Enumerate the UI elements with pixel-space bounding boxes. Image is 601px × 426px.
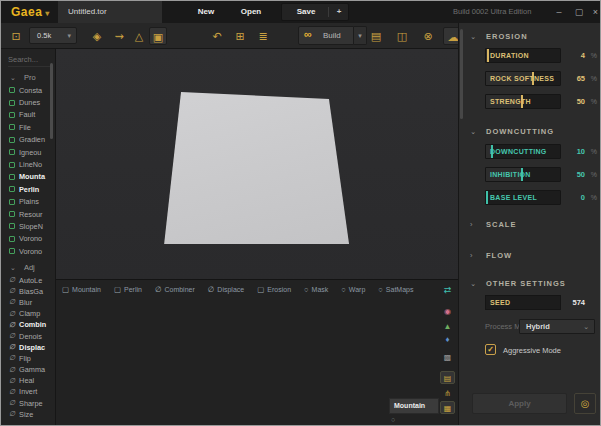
base-level-value[interactable]: 0: [563, 190, 585, 205]
copy-icon[interactable]: ▩: [440, 351, 455, 364]
strength-slider[interactable]: STRENGTH: [485, 94, 561, 109]
list-item[interactable]: Gradien: [1, 134, 56, 146]
image-icon[interactable]: ▤: [440, 371, 455, 384]
undo-icon[interactable]: ↶: [209, 27, 225, 45]
seed-field[interactable]: SEED: [485, 295, 561, 310]
list-item[interactable]: ∅ Invert: [1, 386, 56, 397]
auto-apply-pin-button[interactable]: ◎: [574, 393, 596, 414]
list-item[interactable]: Consta: [1, 84, 56, 96]
graph-node-chip[interactable]: ∅ Combiner: [155, 285, 195, 294]
build-button[interactable]: ∞ Build: [298, 26, 354, 45]
focus-icon[interactable]: ⊡: [7, 27, 25, 45]
layers-icon[interactable]: ▤: [367, 27, 385, 45]
base-level-slider[interactable]: BASE LEVEL: [485, 190, 561, 205]
group-header-pro[interactable]: ⌄ Pro: [1, 71, 56, 84]
section-header-downcutting[interactable]: ⌄ DOWNCUTTING: [459, 127, 601, 139]
list-item[interactable]: File: [1, 121, 56, 133]
grid-icon[interactable]: ▦: [440, 401, 455, 414]
search-input[interactable]: Search...: [8, 55, 50, 67]
inhibition-slider[interactable]: INHIBITION: [485, 167, 561, 182]
list-item[interactable]: ∅ Denois: [1, 330, 56, 341]
list-item[interactable]: ∅ Blur: [1, 297, 56, 308]
list-item[interactable]: Fault: [1, 109, 56, 121]
droplet-icon[interactable]: ♦: [440, 333, 455, 346]
strength-value[interactable]: 50: [563, 94, 585, 109]
title-bar: Gaea▾ Untitled.tor New Open Save + Build…: [1, 1, 600, 23]
gizmo-icon[interactable]: ◈: [89, 27, 105, 45]
pin-icon[interactable]: ◉: [440, 305, 455, 318]
app-menu-button[interactable]: Gaea▾: [11, 5, 50, 19]
graph-node-chip[interactable]: ▢ Perlin: [114, 285, 142, 294]
build-options-dropdown[interactable]: ▾: [354, 26, 367, 45]
graph-node-chip[interactable]: ○ Mask: [304, 285, 328, 294]
minimize-button[interactable]: –: [550, 1, 568, 23]
graph-node-chip[interactable]: ▢ Erosion: [257, 285, 291, 294]
duration-slider[interactable]: DURATION: [485, 48, 561, 63]
add-tab-button[interactable]: +: [330, 4, 348, 20]
graph-node-chip[interactable]: ▢ Mountain: [62, 285, 101, 294]
box-3d-icon[interactable]: ◫: [393, 27, 411, 45]
resolution-dropdown[interactable]: 0.5k ▾: [29, 27, 77, 44]
terrain-icon[interactable]: ▲: [440, 320, 455, 333]
list-item[interactable]: ∅ Combin: [1, 319, 56, 330]
section-header-scale[interactable]: › SCALE: [459, 220, 601, 232]
graph-node-chip[interactable]: ∅ Displace: [208, 285, 244, 294]
rock-softness-value[interactable]: 65: [563, 71, 585, 86]
inhibition-value[interactable]: 50: [563, 167, 585, 182]
list-item[interactable]: Igneou: [1, 146, 56, 158]
list-item[interactable]: Perlin: [1, 183, 56, 195]
list-item[interactable]: Vorono: [1, 233, 56, 245]
graph-node-chip[interactable]: ○ SatMaps: [378, 285, 413, 294]
list-item[interactable]: Resour: [1, 208, 56, 220]
list-item[interactable]: Plains: [1, 196, 56, 208]
apply-button[interactable]: Apply: [472, 393, 567, 414]
seed-value[interactable]: 574: [563, 295, 585, 310]
filters-icon[interactable]: ≣: [255, 27, 271, 45]
list-item[interactable]: ∅ Sharpe: [1, 398, 56, 409]
list-item[interactable]: ∅ Gamma: [1, 364, 56, 375]
list-item[interactable]: ∅ AutoLe: [1, 274, 56, 285]
list-item[interactable]: SlopeN: [1, 220, 56, 232]
downcutting-slider[interactable]: DOWNCUTTING: [485, 144, 561, 159]
graph-node-chip[interactable]: ○ Warp: [341, 285, 365, 294]
open-button[interactable]: Open: [235, 1, 267, 23]
close-button[interactable]: ×: [589, 1, 601, 23]
list-item[interactable]: ∅ Heal: [1, 375, 56, 386]
clear-icon[interactable]: ⊗: [419, 27, 437, 45]
group-header-adj[interactable]: ⌄ Adj: [1, 261, 56, 274]
list-item[interactable]: Vorono: [1, 245, 56, 257]
save-button[interactable]: Save: [288, 4, 324, 20]
process-mode-dropdown[interactable]: Hybrid ⌄: [519, 319, 595, 334]
list-item[interactable]: ∅ Clamp: [1, 308, 56, 319]
list-item[interactable]: Dunes: [1, 96, 56, 108]
camera-icon[interactable]: ▣: [149, 27, 167, 45]
list-item[interactable]: LineNo: [1, 158, 56, 170]
swap-icon[interactable]: ⇄: [440, 284, 455, 297]
node-graph-panel[interactable]: ▢ Mountain ▢ Perlin ∅ Combiner ∅ Displac…: [56, 279, 458, 426]
document-tab[interactable]: Untitled.tor: [58, 1, 162, 23]
viewport-3d[interactable]: [56, 49, 458, 279]
aggressive-mode-checkbox[interactable]: ✓: [485, 344, 496, 355]
preview-mode-dot[interactable]: ○: [391, 416, 395, 423]
downcutting-value[interactable]: 10: [563, 144, 585, 159]
new-button[interactable]: New: [191, 1, 221, 23]
rock-softness-slider[interactable]: ROCK SOFTNESS: [485, 71, 561, 86]
nodes-tree-icon[interactable]: ⋔: [440, 387, 455, 400]
list-item[interactable]: Mounta: [1, 171, 56, 183]
active-node-preview[interactable]: Mountain: [389, 398, 439, 414]
node-chip-label: Warp: [349, 286, 365, 293]
section-header-flow[interactable]: › FLOW: [459, 251, 601, 263]
unit-label: %: [587, 167, 597, 182]
list-item[interactable]: ∅ BiasGa: [1, 286, 56, 297]
primitive-node-icon: [9, 186, 15, 192]
duration-value[interactable]: 4: [563, 48, 585, 63]
list-item[interactable]: ∅ Size: [1, 409, 56, 420]
pyramid-icon[interactable]: △: [131, 27, 147, 45]
list-item[interactable]: ∅ Displac: [1, 342, 56, 353]
extent-icon[interactable]: ⊞: [232, 27, 248, 45]
list-item[interactable]: ∅ Flip: [1, 353, 56, 364]
section-header-other-settings[interactable]: ⌄ OTHER SETTINGS: [459, 279, 601, 291]
section-header-erosion[interactable]: ⌄ EROSION: [459, 32, 601, 44]
maximize-button[interactable]: ▢: [570, 1, 588, 23]
wind-erosion-icon[interactable]: ⇝: [111, 27, 127, 45]
